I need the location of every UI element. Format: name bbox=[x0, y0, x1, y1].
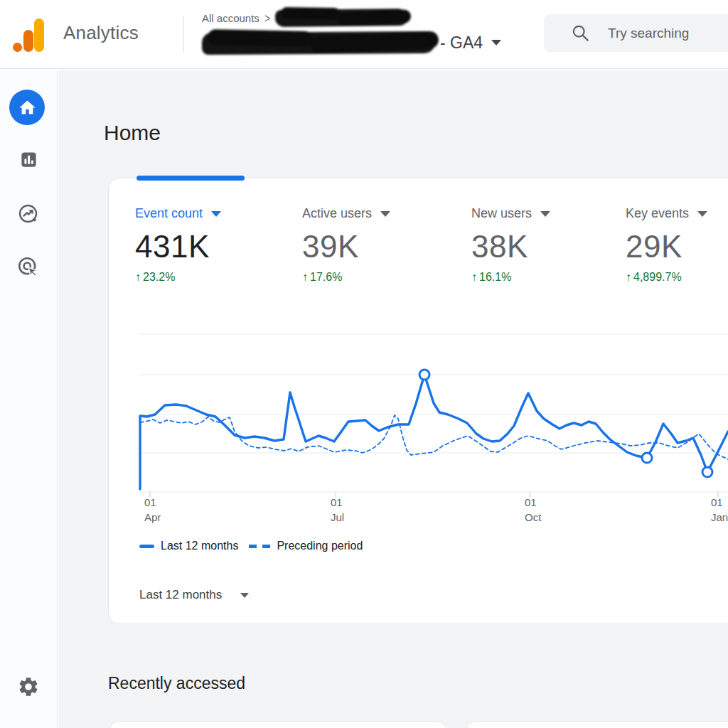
date-range-caret-icon[interactable] bbox=[240, 593, 249, 598]
metric-caret-icon[interactable] bbox=[380, 211, 390, 217]
up-arrow-icon: ↑ bbox=[135, 271, 141, 284]
axis-label-day: 01 bbox=[711, 496, 723, 508]
axis-label-month: Apr bbox=[144, 511, 161, 523]
chart-legend: Last 12 months Preceding period bbox=[139, 539, 363, 553]
axis-label-month: Jan bbox=[711, 511, 728, 523]
data-point-marker bbox=[419, 370, 429, 380]
sidebar-item-advertising[interactable] bbox=[17, 256, 39, 281]
legend-solid-line-icon bbox=[139, 545, 154, 548]
sidebar-item-home[interactable] bbox=[9, 90, 45, 125]
redacted-account-name bbox=[275, 9, 407, 27]
breadcrumb-chevron-icon: > bbox=[264, 11, 270, 26]
metric-value: 38K bbox=[471, 229, 550, 264]
date-range-selector[interactable]: Last 12 months bbox=[139, 588, 249, 602]
ads-click-icon bbox=[17, 256, 39, 278]
data-point-marker bbox=[642, 453, 652, 463]
metric-delta: ↑4,899.7% bbox=[626, 271, 707, 284]
legend-label: Last 12 months bbox=[161, 540, 238, 552]
axis-label-month: Jul bbox=[331, 511, 344, 523]
metric-label: New users bbox=[471, 206, 532, 221]
redacted-property-name bbox=[202, 31, 435, 54]
product-name: Analytics bbox=[63, 22, 139, 44]
metric-label: Active users bbox=[302, 206, 372, 221]
bar-chart-icon bbox=[19, 150, 38, 169]
sidebar-item-explore[interactable] bbox=[18, 203, 38, 227]
metric-tab-active-users[interactable]: Active users 39K ↑17.6% bbox=[302, 206, 390, 284]
recently-accessed-title: Recently accessed bbox=[108, 674, 245, 693]
app-header: Analytics All accounts > - GA4 Try searc… bbox=[0, 0, 728, 69]
metric-caret-icon[interactable] bbox=[697, 211, 707, 217]
trend-line-chart[interactable]: 01Apr01Jul01Oct01Jan bbox=[0, 299, 728, 537]
legend-label: Preceding period bbox=[277, 540, 363, 552]
metric-value: 431K bbox=[135, 229, 221, 264]
breadcrumb: All accounts > bbox=[202, 9, 529, 27]
recent-card[interactable] bbox=[108, 721, 448, 728]
search-input[interactable]: Try searching bbox=[544, 14, 728, 52]
property-selector[interactable]: - GA4 bbox=[202, 31, 529, 55]
explore-trend-icon bbox=[18, 203, 38, 224]
metric-tab-new-users[interactable]: New users 38K ↑16.1% bbox=[471, 206, 550, 284]
ga4-home-screen: Analytics All accounts > - GA4 Try searc… bbox=[0, 0, 728, 728]
recent-card[interactable] bbox=[465, 721, 728, 728]
metric-caret-icon[interactable] bbox=[540, 211, 550, 217]
metric-tab-key-events[interactable]: Key events 29K ↑4,899.7% bbox=[626, 206, 707, 284]
search-icon bbox=[571, 23, 590, 43]
breadcrumb-all-accounts[interactable]: All accounts bbox=[202, 12, 259, 24]
logo-bar-medium bbox=[23, 30, 33, 52]
logo-bar-tall bbox=[34, 18, 44, 52]
gear-icon bbox=[17, 675, 40, 698]
account-property-switcher[interactable]: All accounts > - GA4 bbox=[202, 9, 529, 60]
up-arrow-icon: ↑ bbox=[471, 271, 477, 284]
up-arrow-icon: ↑ bbox=[302, 271, 308, 284]
property-suffix: - GA4 bbox=[440, 33, 483, 53]
metric-value: 29K bbox=[626, 229, 707, 264]
active-tab-indicator bbox=[136, 176, 245, 181]
sidebar-item-settings[interactable] bbox=[17, 675, 40, 701]
property-caret-icon[interactable] bbox=[491, 40, 501, 46]
date-range-label: Last 12 months bbox=[139, 588, 222, 602]
metric-label: Event count bbox=[135, 206, 203, 221]
sidebar-item-reports[interactable] bbox=[19, 150, 38, 172]
logo-dot bbox=[13, 43, 22, 52]
left-navigation bbox=[0, 70, 58, 728]
metric-caret-icon[interactable] bbox=[211, 211, 221, 217]
metric-tab-event-count[interactable]: Event count 431K ↑23.2% bbox=[135, 206, 221, 284]
series-current-line bbox=[140, 375, 728, 489]
metric-delta: ↑16.1% bbox=[471, 271, 550, 284]
metric-delta: ↑23.2% bbox=[135, 271, 221, 284]
axis-label-day: 01 bbox=[525, 496, 537, 508]
header-divider bbox=[183, 16, 184, 53]
metric-value: 39K bbox=[302, 229, 390, 264]
axis-label-month: Oct bbox=[525, 511, 542, 523]
home-icon bbox=[18, 98, 37, 117]
up-arrow-icon: ↑ bbox=[626, 271, 631, 284]
axis-label-day: 01 bbox=[331, 496, 343, 508]
axis-label-day: 01 bbox=[144, 496, 156, 508]
metric-delta: ↑17.6% bbox=[302, 271, 390, 284]
search-placeholder: Try searching bbox=[608, 26, 689, 41]
metric-label: Key events bbox=[626, 206, 689, 221]
legend-dashed-line-icon bbox=[249, 545, 270, 548]
page-title: Home bbox=[104, 121, 161, 145]
data-point-marker bbox=[702, 467, 712, 477]
